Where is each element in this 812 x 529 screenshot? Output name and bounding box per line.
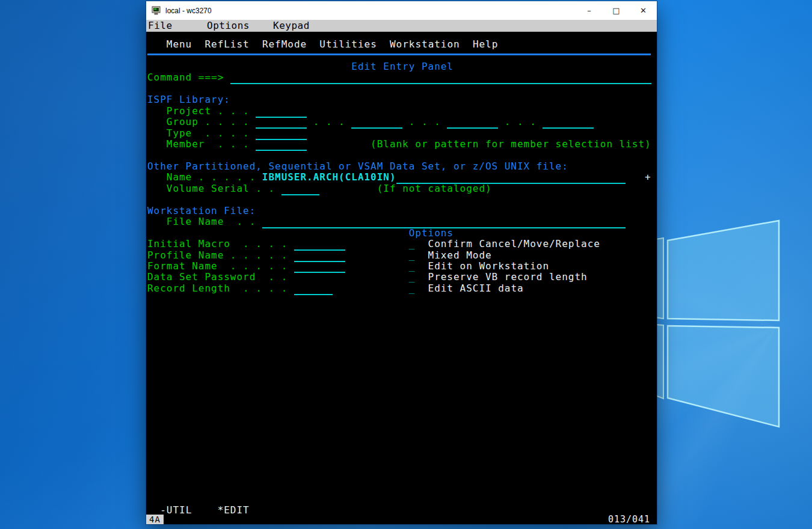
screen-row-22: Data Set Password . . _ Preserve VB reco… <box>147 272 588 283</box>
spacer <box>147 504 160 516</box>
screen-row-18: Options <box>147 228 454 239</box>
spacer <box>333 283 409 294</box>
spacer <box>626 171 645 183</box>
action-bar-divider <box>147 54 651 55</box>
spacer <box>415 249 428 261</box>
swapbar-edit[interactable]: *EDIT <box>218 504 250 516</box>
command-label: Command ===> <box>147 72 230 83</box>
data-set-password-label: Data Set Password . . <box>147 271 294 283</box>
spacer <box>345 260 409 272</box>
desktop: local - wc3270 – □ ✕ File Options Keypad… <box>0 0 812 529</box>
group-input-4[interactable] <box>543 116 594 129</box>
action-menu[interactable]: Menu <box>167 38 192 50</box>
spacer <box>294 271 409 283</box>
close-button[interactable]: ✕ <box>630 1 657 20</box>
file-name-label: File Name . . <box>147 216 262 227</box>
spacer <box>377 38 390 50</box>
menubar-item-keypad[interactable]: Keypad <box>273 20 310 31</box>
window-title: local - wc3270 <box>165 7 576 15</box>
spacer <box>250 38 262 50</box>
option-edit-workstation-checkbox[interactable]: _ <box>409 260 416 272</box>
options-heading: Options <box>409 227 454 239</box>
spacer <box>192 504 217 516</box>
action-refmode[interactable]: RefMode <box>262 38 307 50</box>
group-separator: . . . <box>402 116 447 127</box>
initial-macro-input[interactable] <box>294 238 345 251</box>
menubar-item-file[interactable]: File <box>148 20 173 31</box>
dataset-name-value[interactable]: IBMUSER.ARCH(CLA10IN) <box>262 171 396 183</box>
volume-serial-input[interactable] <box>281 183 320 195</box>
screen-row-19: Initial Macro . . . . _ Confirm Cancel/M… <box>147 239 600 250</box>
terminal-app-icon[interactable] <box>152 6 161 15</box>
option-mixed-mode-label: Mixed Mode <box>428 249 492 261</box>
screen-row-21: Format Name . . . . . _ Edit on Workstat… <box>147 261 549 272</box>
panel-title: Edit Entry Panel <box>351 61 454 72</box>
maximize-button[interactable]: □ <box>603 1 630 20</box>
screen-row-3: Edit Entry Panel <box>147 61 454 73</box>
screen-row-10: Member . . . (Blank or pattern for membe… <box>147 139 651 150</box>
spacer <box>307 38 319 50</box>
group-input-1[interactable] <box>256 116 307 129</box>
window-controls: – □ ✕ <box>576 1 657 20</box>
spacer <box>415 238 428 249</box>
option-preserve-vb-checkbox[interactable]: _ <box>409 271 416 283</box>
swapbar-util[interactable]: -UTIL <box>160 504 192 516</box>
workstation-file-heading: Workstation File: <box>147 205 256 216</box>
ispf-library-heading: ISPF Library: <box>147 94 230 105</box>
expand-indicator: + <box>645 171 651 183</box>
titlebar[interactable]: local - wc3270 – □ ✕ <box>146 1 657 20</box>
wc3270-window: local - wc3270 – □ ✕ File Options Keypad… <box>146 1 657 524</box>
other-dataset-heading: Other Partitioned, Sequential or VSAM Da… <box>147 161 568 172</box>
volume-serial-hint: (If not cataloged) <box>377 183 492 194</box>
screen-row-4: Command ===> <box>147 72 651 84</box>
spacer <box>147 227 409 239</box>
screen-row-20: Profile Name . . . . . _ Mixed Mode <box>147 250 492 261</box>
terminal-screen[interactable]: 4A 013/041 Menu RefList RefMode Utilitie… <box>146 32 657 524</box>
minimize-button[interactable]: – <box>576 1 603 20</box>
option-confirm-checkbox[interactable]: _ <box>409 238 416 249</box>
option-edit-workstation-label: Edit on Workstation <box>428 260 549 272</box>
screen-row-17: File Name . . <box>147 216 626 228</box>
group-separator: . . . <box>498 116 543 127</box>
spacer <box>192 38 205 50</box>
initial-macro-label: Initial Macro . . . . <box>147 238 294 249</box>
screen-row-13: Name . . . . . IBMUSER.ARCH(CLA10IN) + <box>147 172 651 183</box>
command-input[interactable] <box>230 72 651 84</box>
action-help[interactable]: Help <box>473 38 498 50</box>
option-mixed-mode-checkbox[interactable]: _ <box>409 249 416 261</box>
screen-row-8: Group . . . . . . . . . . . . . <box>147 117 594 128</box>
spacer <box>415 260 428 272</box>
spacer <box>345 238 409 249</box>
screen-row-14: Volume Serial . . (If not cataloged) <box>147 183 492 195</box>
screen-row-12: Other Partitioned, Sequential or VSAM Da… <box>147 161 568 173</box>
project-label: Project . . . <box>147 105 256 117</box>
option-edit-ascii-checkbox[interactable]: _ <box>409 283 416 294</box>
group-input-3[interactable] <box>447 116 498 129</box>
action-utilities[interactable]: Utilities <box>319 38 377 50</box>
spacer <box>319 183 377 194</box>
spacer <box>460 38 473 50</box>
menubar-item-options[interactable]: Options <box>207 20 250 31</box>
spacer <box>147 38 167 50</box>
record-length-label: Record Length . . . . <box>147 283 294 294</box>
oia-cursor-position: 013/041 <box>608 515 650 524</box>
type-label: Type . . . . <box>147 127 256 139</box>
profile-name-label: Profile Name . . . . . <box>147 249 294 261</box>
format-name-label: Format Name . . . . . <box>147 260 294 272</box>
group-label: Group . . . . <box>147 116 256 127</box>
screen-row-1: Menu RefList RefMode Utilities Workstati… <box>147 39 498 50</box>
screen-row-23: Record Length . . . . _ Edit ASCII data <box>147 283 524 295</box>
action-reflist[interactable]: RefList <box>205 38 249 50</box>
screen-row-16: Workstation File: <box>147 206 256 217</box>
group-input-2[interactable] <box>351 116 402 129</box>
member-input[interactable] <box>256 138 307 151</box>
member-hint: (Blank or pattern for member selection l… <box>371 138 651 150</box>
action-workstation[interactable]: Workstation <box>390 38 460 50</box>
record-length-input[interactable] <box>294 283 333 295</box>
screen-row-2 <box>147 50 651 61</box>
menubar: File Options Keypad <box>146 20 657 32</box>
screen-row-9: Type . . . . <box>147 128 307 139</box>
option-confirm-label: Confirm Cancel/Move/Replace <box>428 238 600 249</box>
group-separator: . . . <box>307 116 351 127</box>
screen-row-43: -UTIL *EDIT <box>147 505 250 516</box>
